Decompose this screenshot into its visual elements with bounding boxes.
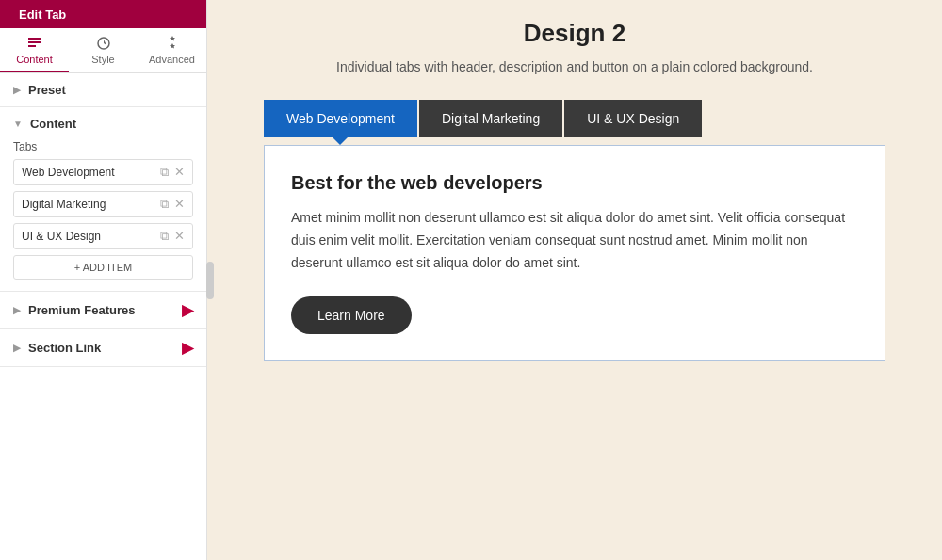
duplicate-icon-3[interactable]: ⧉	[160, 229, 169, 244]
tab-advanced-label: Advanced	[149, 54, 195, 65]
content-chevron: ▼	[13, 119, 23, 129]
premium-label: Premium Features	[28, 303, 135, 317]
preset-section: ▶ Preset	[0, 73, 206, 107]
tab-item-icons-1: ⧉ ✕	[160, 165, 185, 180]
close-icon-2[interactable]: ✕	[174, 197, 185, 212]
tab-content[interactable]: Content	[0, 28, 69, 72]
section-link-badge-icon: ▶	[182, 339, 193, 357]
tab-panel-text: Amet minim mollit non deserunt ullamco e…	[291, 207, 858, 274]
content-header[interactable]: ▼ Content	[0, 107, 206, 140]
premium-features-section: ▶ Premium Features ▶	[0, 292, 206, 329]
preset-label: Preset	[28, 83, 66, 97]
tab-style-label: Style	[91, 54, 114, 65]
section-link-header[interactable]: ▶ Section Link ▶	[0, 329, 206, 366]
tab-item-name-2: Digital Marketing	[22, 198, 160, 211]
sidebar-title: Edit Tab	[19, 8, 66, 22]
tab-item-name-3: UI & UX Design	[22, 230, 160, 243]
sidebar-header: Edit Tab	[0, 0, 206, 28]
tab-advanced[interactable]: Advanced	[138, 28, 206, 72]
tab-nav-item-ui[interactable]: UI & UX Design	[564, 100, 702, 137]
section-link-label: Section Link	[28, 341, 101, 355]
tab-panel-title: Best for the web developers	[291, 172, 858, 194]
tabs-label: Tabs	[13, 140, 193, 153]
tab-item: Digital Marketing ⧉ ✕	[13, 191, 193, 217]
tab-item-icons-2: ⧉ ✕	[160, 197, 185, 212]
close-icon-3[interactable]: ✕	[174, 229, 185, 244]
content-body: Tabs Web Development ⧉ ✕ Digital Marketi…	[0, 140, 206, 291]
tab-item: Web Development ⧉ ✕	[13, 159, 193, 185]
design-title: Design 2	[264, 19, 885, 48]
sidebar-tabs: Content Style Advanced	[0, 28, 206, 73]
duplicate-icon-2[interactable]: ⧉	[160, 197, 169, 212]
tab-item-icons-3: ⧉ ✕	[160, 229, 185, 244]
tab-panel: Best for the web developers Amet minim m…	[264, 145, 885, 361]
sidebar-drag-handle[interactable]	[206, 262, 214, 299]
add-item-button[interactable]: + ADD ITEM	[13, 255, 193, 280]
tab-content-label: Content	[16, 54, 53, 65]
close-icon-1[interactable]: ✕	[174, 165, 185, 180]
add-item-label: + ADD ITEM	[74, 262, 132, 273]
section-link-chevron: ▶	[13, 343, 21, 353]
tab-nav-item-web[interactable]: Web Development	[264, 100, 417, 137]
tab-nav-item-digital[interactable]: Digital Marketing	[419, 100, 562, 137]
tab-style[interactable]: Style	[69, 28, 138, 72]
sidebar-header-left: Edit Tab	[11, 8, 66, 22]
premium-badge-icon: ▶	[182, 301, 193, 319]
tab-item: UI & UX Design ⧉ ✕	[13, 223, 193, 249]
content-section: ▼ Content Tabs Web Development ⧉ ✕ Digit…	[0, 107, 206, 292]
tab-item-name-1: Web Development	[22, 166, 160, 179]
content-label: Content	[30, 117, 76, 131]
main-content: Design 2 Individual tabs with header, de…	[207, 0, 942, 560]
design-card: Design 2 Individual tabs with header, de…	[264, 19, 885, 361]
preset-chevron: ▶	[13, 85, 21, 95]
duplicate-icon-1[interactable]: ⧉	[160, 165, 169, 180]
preset-header[interactable]: ▶ Preset	[0, 73, 206, 106]
design-subtitle: Individual tabs with header, description…	[264, 57, 885, 77]
premium-features-header[interactable]: ▶ Premium Features ▶	[0, 292, 206, 328]
tab-nav: Web Development Digital Marketing UI & U…	[264, 100, 885, 137]
section-link-section: ▶ Section Link ▶	[0, 329, 206, 367]
learn-more-button[interactable]: Learn More	[291, 296, 412, 334]
premium-chevron: ▶	[13, 305, 21, 315]
sidebar: Edit Tab Content Style Advanced ▶ Preset	[0, 0, 207, 560]
